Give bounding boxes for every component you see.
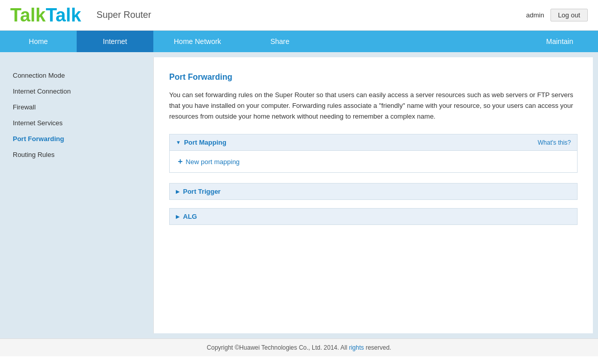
- sidebar-item-port-forwarding[interactable]: Port Forwarding: [13, 131, 141, 147]
- port-trigger-header[interactable]: ▶ Port Trigger: [169, 183, 578, 200]
- whats-this-link[interactable]: What's this?: [538, 139, 571, 146]
- sidebar-item-routing-rules[interactable]: Routing Rules: [13, 147, 141, 163]
- port-mapping-section: ▼ Port Mapping What's this? + New port m…: [169, 134, 578, 173]
- nav-item-share[interactable]: Share: [242, 31, 318, 52]
- nav-item-home[interactable]: Home: [0, 31, 77, 52]
- alg-chevron-icon: ▶: [176, 214, 180, 219]
- logo-talk2: Talk: [45, 5, 81, 26]
- logo-talk1: Talk: [10, 5, 45, 26]
- page-title: Port Forwarding: [169, 73, 578, 82]
- nav: Home Internet Home Network Share Maintai…: [0, 31, 598, 52]
- app-title: Super Router: [97, 10, 151, 20]
- port-trigger-section: ▶ Port Trigger: [169, 183, 578, 200]
- port-mapping-header[interactable]: ▼ Port Mapping What's this?: [169, 134, 578, 151]
- sidebar-item-internet-connection[interactable]: Internet Connection: [13, 83, 141, 99]
- alg-section: ▶ ALG: [169, 208, 578, 225]
- content-area: Port Forwarding You can set forwarding r…: [153, 57, 593, 333]
- page-description: You can set forwarding rules on the Supe…: [169, 90, 578, 122]
- nav-spacer: [318, 31, 521, 52]
- sidebar-item-internet-services[interactable]: Internet Services: [13, 115, 141, 131]
- nav-item-internet[interactable]: Internet: [77, 31, 153, 52]
- talktalk-logo: TalkTalk: [10, 5, 81, 26]
- header-left: TalkTalk Super Router: [10, 5, 151, 26]
- nav-item-maintain[interactable]: Maintain: [521, 31, 598, 52]
- plus-icon: +: [178, 157, 182, 166]
- new-port-mapping-link[interactable]: + New port mapping: [178, 157, 569, 166]
- footer-rights-word: rights: [349, 344, 364, 351]
- admin-label: admin: [526, 11, 544, 19]
- main-layout: Connection Mode Internet Connection Fire…: [0, 52, 598, 338]
- new-port-mapping-label: New port mapping: [186, 158, 240, 166]
- logout-button[interactable]: Log out: [550, 9, 588, 21]
- port-mapping-chevron-icon: ▼: [176, 140, 181, 145]
- sidebar-item-firewall[interactable]: Firewall: [13, 99, 141, 115]
- sidebar-item-connection-mode[interactable]: Connection Mode: [13, 67, 141, 83]
- header: TalkTalk Super Router admin Log out: [0, 0, 598, 31]
- nav-item-home-network[interactable]: Home Network: [153, 31, 242, 52]
- footer: Copyright ©Huawei Technologies Co., Ltd.…: [0, 338, 598, 356]
- alg-title: ALG: [183, 213, 197, 220]
- sidebar: Connection Mode Internet Connection Fire…: [0, 52, 153, 338]
- footer-text-before: Copyright ©Huawei Technologies Co., Ltd.…: [207, 344, 349, 351]
- port-mapping-title: Port Mapping: [184, 139, 226, 146]
- alg-header[interactable]: ▶ ALG: [169, 208, 578, 225]
- port-mapping-body: + New port mapping: [169, 151, 578, 173]
- port-trigger-chevron-icon: ▶: [176, 189, 180, 194]
- header-right: admin Log out: [526, 9, 588, 21]
- port-trigger-title: Port Trigger: [183, 188, 221, 195]
- footer-text-after: reserved.: [364, 344, 391, 351]
